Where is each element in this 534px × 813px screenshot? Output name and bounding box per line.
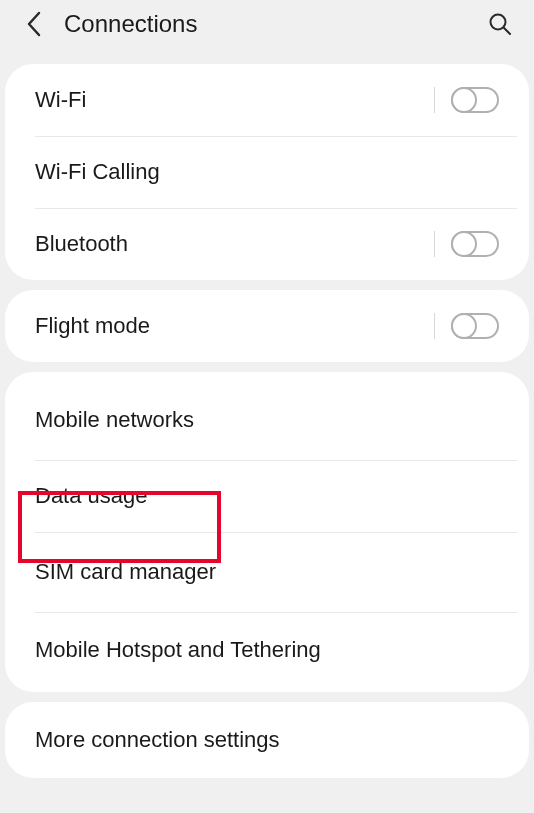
toggle-wrap [434, 87, 499, 113]
row-hotspot-tethering[interactable]: Mobile Hotspot and Tethering [5, 612, 529, 688]
row-label: Mobile Hotspot and Tethering [35, 637, 499, 663]
row-wifi[interactable]: Wi-Fi [5, 64, 529, 136]
row-bluetooth[interactable]: Bluetooth [5, 208, 529, 280]
flight-mode-toggle[interactable] [451, 313, 499, 339]
row-label: Bluetooth [35, 231, 434, 257]
row-more-connection-settings[interactable]: More connection settings [5, 702, 529, 778]
row-mobile-networks[interactable]: Mobile networks [5, 380, 529, 460]
row-label: Flight mode [35, 313, 434, 339]
settings-group: Flight mode [5, 290, 529, 362]
toggle-wrap [434, 313, 499, 339]
row-flight-mode[interactable]: Flight mode [5, 290, 529, 362]
row-label: Mobile networks [35, 407, 499, 433]
toggle-divider [434, 231, 435, 257]
search-button[interactable] [484, 8, 516, 40]
row-sim-card-manager[interactable]: SIM card manager [5, 532, 529, 612]
row-wifi-calling[interactable]: Wi-Fi Calling [5, 136, 529, 208]
settings-group: More connection settings [5, 702, 529, 778]
back-button[interactable] [18, 8, 50, 40]
settings-group: Wi-Fi Wi-Fi Calling Bluetooth [5, 64, 529, 280]
row-data-usage[interactable]: Data usage [5, 460, 529, 532]
toggle-wrap [434, 231, 499, 257]
row-label: More connection settings [35, 727, 499, 753]
bluetooth-toggle[interactable] [451, 231, 499, 257]
row-label: Wi-Fi Calling [35, 159, 499, 185]
row-label: Data usage [35, 483, 499, 509]
header: Connections [0, 0, 534, 54]
wifi-toggle[interactable] [451, 87, 499, 113]
toggle-divider [434, 313, 435, 339]
row-label: Wi-Fi [35, 87, 434, 113]
settings-group: Mobile networks Data usage SIM card mana… [5, 372, 529, 692]
page-title: Connections [64, 10, 484, 38]
row-label: SIM card manager [35, 559, 499, 585]
toggle-divider [434, 87, 435, 113]
svg-line-1 [504, 28, 510, 34]
search-icon [488, 12, 512, 36]
chevron-left-icon [25, 10, 43, 38]
